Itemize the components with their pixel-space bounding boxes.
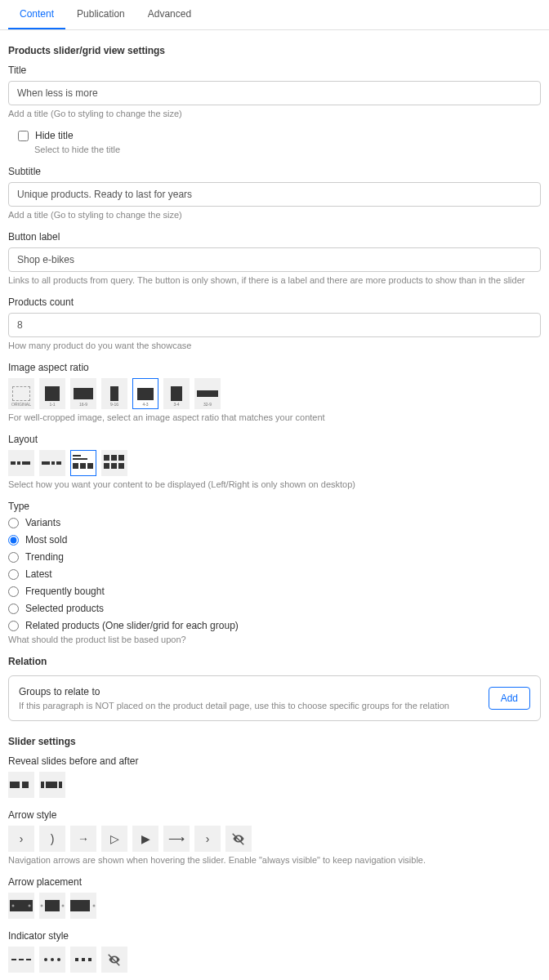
svg-rect-38: [88, 958, 92, 961]
tab-advanced[interactable]: Advanced: [136, 0, 203, 29]
svg-point-34: [51, 958, 54, 961]
aspect-ratio-4-3[interactable]: 4-3: [132, 378, 158, 409]
svg-rect-28: [70, 900, 90, 911]
arrow-style-4[interactable]: ▷: [101, 826, 127, 852]
svg-point-23: [12, 905, 15, 907]
title-help: Add a title (Go to styling to change the…: [8, 109, 541, 118]
indicator-style-none[interactable]: [101, 947, 127, 973]
arrow-style-help: Navigation arrows are shown when hoverin…: [8, 855, 541, 865]
type-radio-variants[interactable]: [8, 518, 19, 528]
svg-rect-8: [73, 463, 78, 469]
type-latest-label: Latest: [25, 568, 52, 580]
subtitle-help: Add a title (Go to styling to change the…: [8, 210, 541, 220]
svg-rect-37: [82, 958, 85, 961]
aspect-ratio-16-9[interactable]: 16-9: [70, 378, 96, 409]
svg-point-25: [41, 905, 43, 907]
arrow-style-label: Arrow style: [8, 809, 541, 821]
arrow-placement-label: Arrow placement: [8, 876, 541, 888]
relation-box: Groups to relate to If this paragraph is…: [8, 675, 541, 721]
aspect-ratio-3-4[interactable]: 3-4: [163, 378, 190, 409]
title-label: Title: [8, 65, 541, 76]
arrow-style-5[interactable]: ▶: [132, 826, 158, 852]
svg-point-27: [62, 905, 65, 907]
arrow-style-3[interactable]: →: [70, 826, 96, 852]
chevron-icon: ›: [20, 832, 24, 845]
tabs-bar: Content Publication Advanced: [0, 0, 549, 30]
products-count-label: Products count: [8, 296, 541, 308]
svg-point-33: [44, 958, 47, 961]
hide-title-help: Select to hide the title: [34, 145, 541, 154]
products-count-input[interactable]: [8, 313, 541, 337]
type-radio-trending[interactable]: [8, 552, 19, 563]
tab-publication[interactable]: Publication: [65, 0, 136, 29]
placement-icon-2: [39, 900, 65, 911]
subtitle-input[interactable]: [8, 182, 541, 207]
svg-rect-2: [22, 461, 30, 465]
arrow-style-none[interactable]: [225, 826, 252, 852]
arrow-placement-2[interactable]: [39, 893, 65, 919]
arrow-style-6[interactable]: ⟶: [163, 826, 190, 852]
subtitle-label: Subtitle: [8, 166, 541, 177]
svg-rect-0: [11, 461, 16, 465]
type-selected-products-label: Selected products: [25, 603, 104, 614]
svg-rect-12: [111, 455, 117, 461]
layout-option-3[interactable]: [70, 450, 96, 476]
placement-icon-3: [70, 900, 96, 911]
svg-rect-17: [10, 782, 20, 788]
svg-rect-20: [46, 782, 57, 788]
layout-option-4[interactable]: [101, 450, 127, 476]
layout-option-1[interactable]: [8, 450, 34, 476]
triangle-outline-icon: ▷: [110, 832, 119, 845]
svg-rect-6: [73, 455, 81, 457]
layout-label: Layout: [8, 434, 541, 445]
svg-rect-31: [19, 959, 24, 960]
reveal-icon-1: [10, 782, 33, 788]
add-relation-button[interactable]: Add: [489, 687, 530, 710]
layout-icon-3: [73, 455, 94, 471]
svg-rect-4: [51, 461, 55, 465]
long-arrow-icon: ⟶: [168, 832, 185, 845]
arrow-style-2[interactable]: ): [39, 826, 65, 852]
title-input[interactable]: [8, 81, 541, 105]
aspect-ratio-32-9[interactable]: 32-9: [194, 378, 221, 409]
indicator-style-2[interactable]: [39, 947, 65, 973]
type-radio-latest[interactable]: [8, 569, 19, 580]
aspect-ratio-original[interactable]: ORIGINAL: [8, 378, 34, 409]
reveal-option-1[interactable]: [8, 772, 34, 798]
svg-rect-9: [80, 463, 86, 469]
type-radio-selected-products[interactable]: [8, 604, 19, 614]
aspect-ratio-help: For well-cropped image, select an image …: [8, 412, 541, 422]
arrow-style-7[interactable]: ›: [194, 826, 221, 852]
svg-rect-16: [118, 463, 124, 469]
indicator-style-1[interactable]: [8, 947, 34, 973]
hidden-icon: [107, 952, 122, 967]
aspect-ratio-9-16[interactable]: 9-16: [101, 378, 127, 409]
svg-point-29: [93, 905, 96, 907]
type-radio-most-sold[interactable]: [8, 535, 19, 546]
svg-rect-7: [73, 458, 87, 460]
reveal-option-2[interactable]: [39, 772, 65, 798]
arrow-style-1[interactable]: ›: [8, 826, 34, 852]
hide-title-checkbox[interactable]: [18, 131, 29, 141]
button-label-input[interactable]: [8, 247, 541, 272]
type-radio-frequently-bought[interactable]: [8, 586, 19, 597]
type-radio-related-products[interactable]: [8, 621, 19, 631]
dashes-icon: [11, 958, 31, 961]
paren-icon: ): [51, 832, 55, 845]
aspect-ratio-1-1[interactable]: 1-1: [39, 378, 65, 409]
indicator-style-label: Indicator style: [8, 930, 541, 942]
section-header: Products slider/grid view settings: [8, 45, 541, 56]
svg-rect-5: [56, 461, 61, 465]
reveal-label: Reveal slides before and after: [8, 755, 541, 767]
tab-content[interactable]: Content: [8, 0, 65, 29]
arrow-placement-1[interactable]: [8, 893, 34, 919]
svg-rect-30: [11, 959, 16, 960]
indicator-style-3[interactable]: [70, 947, 96, 973]
layout-option-2[interactable]: [39, 450, 65, 476]
type-help: What should the product list be based up…: [8, 635, 541, 644]
svg-rect-3: [42, 461, 50, 465]
svg-point-35: [57, 958, 60, 961]
placement-icon-1: [10, 900, 33, 911]
arrow-placement-3[interactable]: [70, 893, 96, 919]
arrow-icon: →: [78, 832, 89, 845]
